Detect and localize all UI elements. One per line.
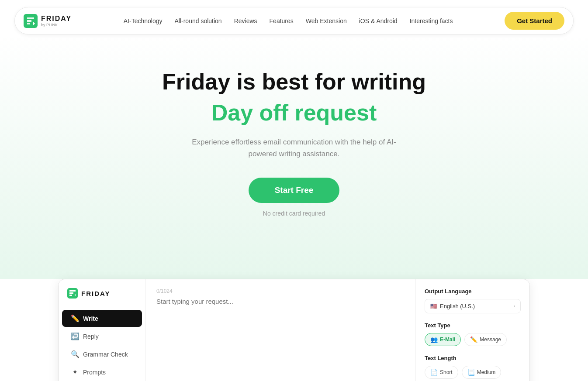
sidebar-logo-icon [67, 288, 78, 299]
hero-description: Experience effortless email communicatio… [185, 136, 403, 160]
logo-sub: by PLINK [41, 23, 72, 27]
prompts-icon: ✦ [71, 368, 79, 376]
sidebar-logo: FRIDAY [59, 288, 145, 309]
nav-web-extension[interactable]: Web Extension [306, 17, 347, 24]
app-mockup: FRIDAY ✏️ Write ↩️ Reply 🔍 Grammar Check… [58, 279, 530, 381]
write-icon: ✏️ [71, 314, 79, 323]
app-sidebar: FRIDAY ✏️ Write ↩️ Reply 🔍 Grammar Check… [59, 279, 146, 381]
sidebar-label-write: Write [83, 315, 98, 322]
sidebar-label-grammar: Grammar Check [83, 351, 128, 358]
chevron-right-icon: › [514, 304, 515, 309]
nav-all-round[interactable]: All-round solution [174, 17, 221, 24]
nav-features[interactable]: Features [270, 17, 294, 24]
get-started-button[interactable]: Get Started [505, 12, 564, 30]
text-length-pills: 📄 Short 📃 Medium 📋 Long [425, 366, 521, 381]
language-selector[interactable]: 🇺🇸English (U.S.) › [425, 299, 521, 313]
logo-brand: FRIDAY [41, 15, 72, 23]
reply-icon: ↩️ [71, 332, 79, 340]
message-emoji: ✏️ [470, 336, 477, 343]
sidebar-logo-text: FRIDAY [81, 290, 110, 297]
hero-note: No credit card required [10, 210, 578, 217]
logo[interactable]: FRIDAY by PLINK [24, 14, 72, 28]
output-language-section: Output Language 🇺🇸English (U.S.) › [425, 288, 521, 313]
pill-short[interactable]: 📄 Short [425, 366, 458, 379]
navbar: FRIDAY by PLINK AI-Technology All-round … [0, 0, 588, 34]
sidebar-item-write[interactable]: ✏️ Write [62, 310, 142, 327]
hero-title: Friday is best for writing [10, 69, 578, 94]
pill-message[interactable]: ✏️ Message [464, 333, 507, 346]
pill-email[interactable]: 👥 E-Mail [425, 333, 461, 346]
medium-emoji: 📃 [467, 369, 475, 376]
text-type-label: Text Type [425, 322, 521, 329]
output-language-label: Output Language [425, 288, 521, 295]
right-panel: Output Language 🇺🇸English (U.S.) › Text … [416, 279, 529, 381]
short-emoji: 📄 [430, 369, 438, 376]
nav-interesting-facts[interactable]: Interesting facts [410, 17, 453, 24]
text-length-label: Text Length [425, 355, 521, 361]
start-free-button[interactable]: Start Free [249, 178, 340, 203]
editor-area: 0/1024 [146, 279, 416, 381]
mockup-wrapper: FRIDAY ✏️ Write ↩️ Reply 🔍 Grammar Check… [0, 279, 588, 381]
sidebar-item-reply[interactable]: ↩️ Reply [62, 328, 142, 345]
hero-section: Friday is best for writing Day off reque… [0, 34, 588, 279]
text-length-section: Text Length 📄 Short 📃 Medium 📋 Long [425, 355, 521, 381]
sidebar-item-prompts[interactable]: ✦ Prompts [62, 364, 142, 381]
sidebar-label-reply: Reply [83, 333, 99, 340]
nav-container: FRIDAY by PLINK AI-Technology All-round … [14, 7, 574, 34]
pill-medium[interactable]: 📃 Medium [462, 366, 502, 379]
editor-textarea[interactable] [156, 298, 405, 381]
nav-links: AI-Technology All-round solution Reviews… [124, 17, 453, 24]
text-type-pills: 👥 E-Mail ✏️ Message [425, 333, 521, 346]
flag-icon: 🇺🇸 [430, 303, 437, 309]
sidebar-label-prompts: Prompts [83, 369, 106, 376]
nav-ai-technology[interactable]: AI-Technology [124, 17, 163, 24]
email-emoji: 👥 [430, 336, 438, 343]
text-type-section: Text Type 👥 E-Mail ✏️ Message [425, 322, 521, 346]
editor-counter: 0/1024 [156, 288, 405, 294]
nav-ios-android[interactable]: iOS & Android [359, 17, 398, 24]
sidebar-item-grammar-check[interactable]: 🔍 Grammar Check [62, 346, 142, 363]
logo-icon [24, 14, 38, 28]
grammar-icon: 🔍 [71, 350, 79, 358]
hero-subtitle: Day off request [10, 100, 578, 126]
nav-reviews[interactable]: Reviews [234, 17, 257, 24]
